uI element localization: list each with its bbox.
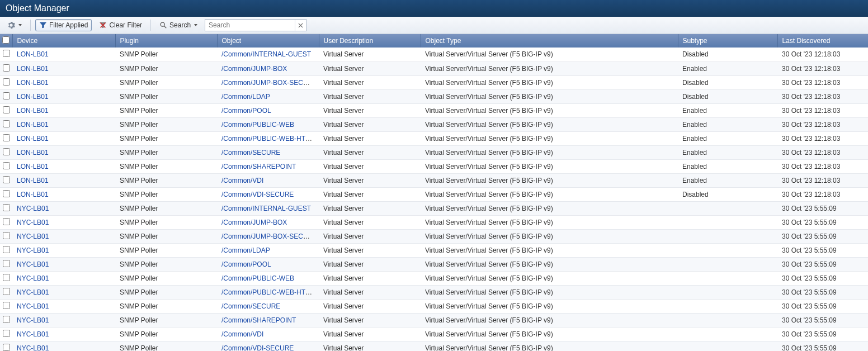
table-row[interactable]: LON-LB01SNMP Poller/Common/POOLVirtual S… [0,103,868,117]
row-checkbox[interactable] [3,176,10,183]
device-link[interactable]: LON-LB01 [17,50,49,58]
table-row[interactable]: NYC-LB01SNMP Poller/Common/SECUREVirtual… [0,299,868,313]
table-row[interactable]: LON-LB01SNMP Poller/Common/JUMP-BOX-SECU… [0,75,868,89]
column-header-last-discovered[interactable]: Last Discovered [777,34,868,48]
device-link[interactable]: LON-LB01 [17,163,49,170]
object-link[interactable]: /Common/JUMP-BOX-SECURE [221,233,317,240]
settings-menu-button[interactable] [3,19,26,31]
row-checkbox[interactable] [3,162,10,169]
device-link[interactable]: LON-LB01 [17,135,49,143]
column-header-plugin[interactable]: Plugin [115,34,217,48]
clear-search-button[interactable] [295,20,306,31]
object-link[interactable]: /Common/VDI-SECURE [221,191,294,198]
object-link[interactable]: /Common/PUBLIC-WEB [221,121,294,129]
table-row[interactable]: LON-LB01SNMP Poller/Common/SHAREPOINTVir… [0,159,868,173]
row-checkbox[interactable] [3,232,10,239]
object-link[interactable]: /Common/VDI-SECURE [221,344,294,352]
object-link[interactable]: /Common/INTERNAL-GUEST [221,205,311,212]
column-header-device[interactable]: Device [12,34,115,48]
table-row[interactable]: LON-LB01SNMP Poller/Common/LDAPVirtual S… [0,89,868,103]
table-row[interactable]: NYC-LB01SNMP Poller/Common/LDAPVirtual S… [0,243,868,257]
device-link[interactable]: LON-LB01 [17,79,49,87]
row-checkbox[interactable] [3,204,10,211]
object-link[interactable]: /Common/POOL [221,260,271,268]
device-link[interactable]: LON-LB01 [17,65,49,73]
table-row[interactable]: NYC-LB01SNMP Poller/Common/JUMP-BOX-SECU… [0,229,868,243]
row-checkbox[interactable] [3,92,10,99]
row-checkbox[interactable] [3,148,10,155]
table-row[interactable]: NYC-LB01SNMP Poller/Common/VDI-SECUREVir… [0,341,868,351]
row-checkbox[interactable] [3,274,10,281]
object-link[interactable]: /Common/JUMP-BOX [221,65,287,73]
object-link[interactable]: /Common/VDI [221,177,263,184]
object-link[interactable]: /Common/SHAREPOINT [221,316,296,324]
row-checkbox[interactable] [3,134,10,141]
device-link[interactable]: LON-LB01 [17,191,49,198]
device-link[interactable]: LON-LB01 [17,93,49,101]
table-row[interactable]: LON-LB01SNMP Poller/Common/PUBLIC-WEB-HT… [0,131,868,145]
device-link[interactable]: NYC-LB01 [17,302,49,310]
table-row[interactable]: LON-LB01SNMP Poller/Common/SECUREVirtual… [0,145,868,159]
device-link[interactable]: LON-LB01 [17,177,49,184]
object-link[interactable]: /Common/SHAREPOINT [221,163,296,170]
row-checkbox[interactable] [3,64,10,72]
object-link[interactable]: /Common/PUBLIC-WEB-HTTPS [221,288,318,296]
filter-applied-button[interactable]: Filter Applied [35,19,92,31]
column-header-user-description[interactable]: User Description [319,34,421,48]
row-checkbox[interactable] [3,260,10,267]
table-row[interactable]: NYC-LB01SNMP Poller/Common/INTERNAL-GUES… [0,201,868,215]
table-row[interactable]: LON-LB01SNMP Poller/Common/INTERNAL-GUES… [0,48,868,61]
device-link[interactable]: LON-LB01 [17,121,49,129]
table-row[interactable]: NYC-LB01SNMP Poller/Common/VDIVirtual Se… [0,327,868,341]
table-row[interactable]: LON-LB01SNMP Poller/Common/VDIVirtual Se… [0,173,868,187]
device-link[interactable]: NYC-LB01 [17,233,49,240]
table-row[interactable]: NYC-LB01SNMP Poller/Common/PUBLIC-WEB-HT… [0,285,868,299]
device-link[interactable]: NYC-LB01 [17,288,49,296]
row-checkbox[interactable] [3,330,10,337]
object-link[interactable]: /Common/LDAP [221,246,270,254]
search-input[interactable] [205,20,295,31]
row-checkbox[interactable] [3,120,10,127]
object-link[interactable]: /Common/INTERNAL-GUEST [221,50,311,58]
row-checkbox[interactable] [3,316,10,323]
device-link[interactable]: NYC-LB01 [17,344,49,352]
device-link[interactable]: NYC-LB01 [17,219,49,226]
table-row[interactable]: NYC-LB01SNMP Poller/Common/POOLVirtual S… [0,257,868,271]
device-link[interactable]: NYC-LB01 [17,330,49,338]
table-row[interactable]: NYC-LB01SNMP Poller/Common/SHAREPOINTVir… [0,313,868,327]
table-row[interactable]: LON-LB01SNMP Poller/Common/PUBLIC-WEBVir… [0,117,868,131]
column-header-object-type[interactable]: Object Type [421,34,678,48]
table-row[interactable]: NYC-LB01SNMP Poller/Common/PUBLIC-WEBVir… [0,271,868,285]
device-link[interactable]: NYC-LB01 [17,274,49,282]
row-checkbox[interactable] [3,190,10,197]
row-checkbox[interactable] [3,344,10,351]
row-checkbox[interactable] [3,78,10,86]
select-all-checkbox[interactable] [2,36,10,44]
row-checkbox[interactable] [3,246,10,253]
device-link[interactable]: NYC-LB01 [17,260,49,268]
object-link[interactable]: /Common/JUMP-BOX [221,219,287,226]
row-checkbox[interactable] [3,106,10,113]
table-row[interactable]: LON-LB01SNMP Poller/Common/JUMP-BOXVirtu… [0,61,868,75]
row-checkbox[interactable] [3,288,10,295]
device-link[interactable]: LON-LB01 [17,107,49,115]
object-link[interactable]: /Common/JUMP-BOX-SECURE [221,79,317,87]
clear-filter-button[interactable]: Clear Filter [95,19,146,31]
table-row[interactable]: LON-LB01SNMP Poller/Common/VDI-SECUREVir… [0,187,868,201]
table-row[interactable]: NYC-LB01SNMP Poller/Common/JUMP-BOXVirtu… [0,215,868,229]
device-link[interactable]: NYC-LB01 [17,316,49,324]
object-link[interactable]: /Common/POOL [221,107,271,115]
object-link[interactable]: /Common/VDI [221,330,263,338]
device-link[interactable]: LON-LB01 [17,149,49,156]
object-link[interactable]: /Common/LDAP [221,93,270,101]
object-link[interactable]: /Common/SECURE [221,149,280,156]
row-checkbox[interactable] [3,218,10,225]
row-checkbox[interactable] [3,302,10,309]
row-checkbox[interactable] [3,50,10,57]
object-link[interactable]: /Common/PUBLIC-WEB [221,274,294,282]
device-link[interactable]: NYC-LB01 [17,205,49,212]
column-header-subtype[interactable]: Subtype [678,34,777,48]
object-link[interactable]: /Common/PUBLIC-WEB-HTTPS [221,135,318,143]
search-menu-button[interactable]: Search [155,19,201,31]
object-link[interactable]: /Common/SECURE [221,302,280,310]
